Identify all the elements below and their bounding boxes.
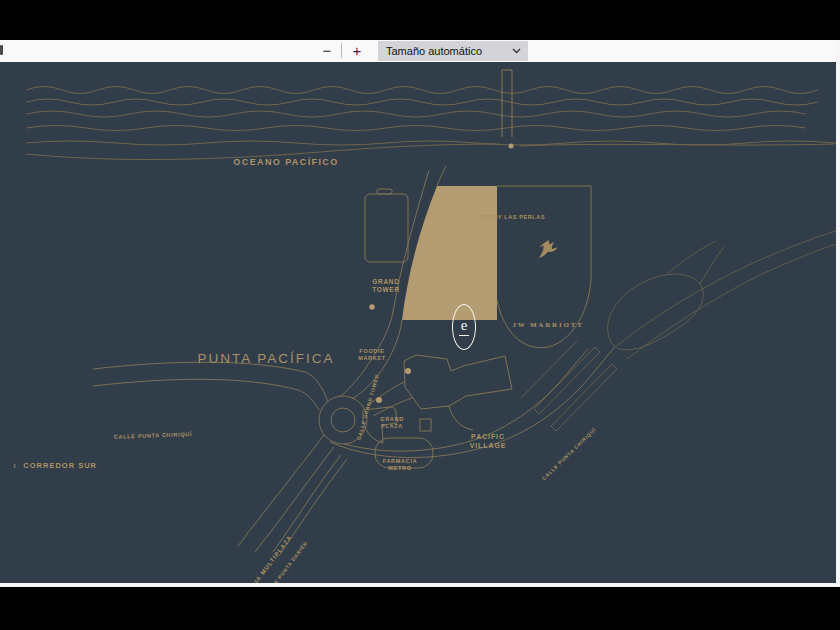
screenshot: − + Tamaño automático — [0, 0, 840, 630]
project-logo: e — [452, 304, 476, 350]
chevron-left-icon: ‹ — [13, 461, 17, 471]
label-pacific-village: PACIFIC VILLAGE — [463, 432, 513, 450]
pacific-village-block — [404, 355, 512, 409]
ocean-waves — [26, 87, 836, 160]
project-parcel — [402, 186, 497, 320]
corredor-sur-interchange — [608, 231, 836, 359]
label-farmacia-metro: FARMACIA METRO — [377, 458, 423, 472]
label-grand-tower: GRAND TOWER — [363, 278, 409, 295]
jw-marriott-griffin-icon — [539, 240, 558, 258]
label-punta-pacifica: PUNTA PACÍFICA — [197, 350, 334, 368]
toolbar-clipped-icon — [0, 45, 3, 55]
label-oceano-pacifico: OCEANO PACÍFICO — [233, 157, 338, 169]
pdf-toolbar: − + Tamaño automático — [0, 40, 840, 63]
label-ferry-las-perlas: FERRY LAS PERLAS — [481, 214, 545, 221]
farmacia-metro-dot — [376, 397, 382, 403]
east-parcels — [521, 341, 617, 431]
map-canvas — [0, 62, 836, 583]
label-foodie-market: FOODIE MARKET — [354, 348, 390, 362]
zoom-level-value: Tamaño automático — [378, 45, 512, 57]
toolbar-divider — [341, 43, 342, 58]
zoom-in-button[interactable]: + — [344, 41, 370, 60]
label-grand-plaza: GRAND PLAZA — [377, 416, 407, 430]
page-gutter-right — [836, 40, 840, 583]
zoom-out-button[interactable]: − — [314, 41, 340, 60]
page-gutter-bottom — [0, 583, 840, 587]
foodie-market-dot — [369, 304, 375, 310]
label-jw-marriott: JW MARRIOTT — [512, 321, 583, 330]
corredor-sur-text: CORREDOR SUR — [23, 461, 97, 471]
logo-letter: e — [461, 318, 468, 332]
dropdown-caret-icon — [512, 48, 521, 54]
label-corredor-sur: ‹ CORREDOR SUR — [13, 461, 97, 471]
logo-underline — [459, 335, 469, 336]
zoom-level-select[interactable]: Tamaño automático — [378, 41, 528, 61]
ferry-marker-dot — [509, 144, 514, 149]
grand-tower-building — [365, 189, 408, 262]
grand-plaza-dot — [405, 368, 411, 374]
map-page: OCEANO PACÍFICO FERRY LAS PERLAS GRAND T… — [0, 62, 836, 583]
